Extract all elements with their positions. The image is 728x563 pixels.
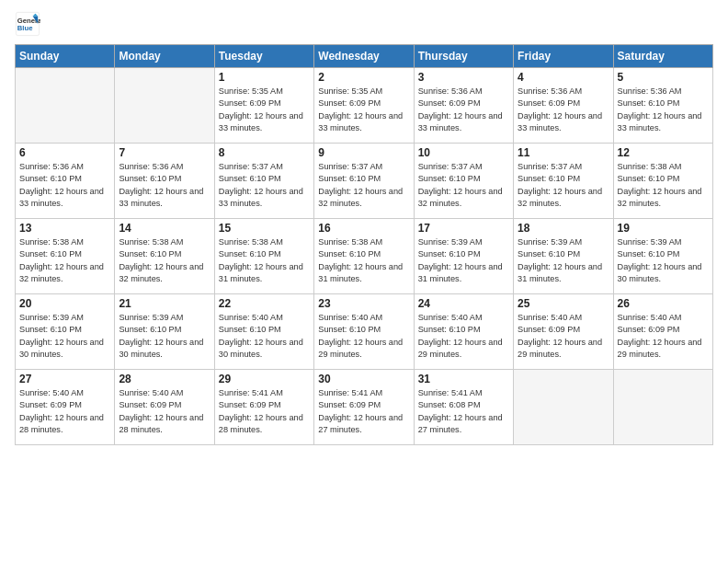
calendar-cell: 12 Sunrise: 5:38 AM Sunset: 6:10 PM Dayl… — [613, 144, 712, 219]
day-info: Sunrise: 5:36 AM Sunset: 6:10 PM Dayligh… — [119, 161, 210, 210]
week-row-4: 20 Sunrise: 5:39 AM Sunset: 6:10 PM Dayl… — [16, 294, 713, 370]
day-number: 31 — [418, 373, 509, 385]
day-number: 12 — [618, 146, 709, 159]
calendar-cell: 30 Sunrise: 5:41 AM Sunset: 6:09 PM Dayl… — [314, 370, 414, 445]
calendar-cell: 7 Sunrise: 5:36 AM Sunset: 6:10 PM Dayli… — [115, 144, 214, 219]
day-number: 18 — [518, 222, 609, 235]
day-number: 17 — [418, 222, 509, 235]
day-number: 9 — [318, 146, 409, 159]
day-number: 26 — [618, 297, 709, 310]
day-number: 16 — [318, 222, 409, 235]
day-number: 28 — [119, 373, 210, 385]
weekday-tuesday: Tuesday — [214, 45, 313, 68]
calendar-cell: 23 Sunrise: 5:40 AM Sunset: 6:10 PM Dayl… — [314, 294, 414, 370]
day-number: 22 — [219, 297, 310, 310]
calendar-cell: 1 Sunrise: 5:35 AM Sunset: 6:09 PM Dayli… — [214, 68, 313, 144]
day-info: Sunrise: 5:36 AM Sunset: 6:09 PM Dayligh… — [518, 86, 609, 134]
calendar-cell: 8 Sunrise: 5:37 AM Sunset: 6:10 PM Dayli… — [214, 144, 313, 219]
day-number: 2 — [318, 71, 409, 84]
day-number: 5 — [618, 71, 709, 84]
day-info: Sunrise: 5:40 AM Sunset: 6:10 PM Dayligh… — [219, 312, 310, 361]
calendar-cell: 9 Sunrise: 5:37 AM Sunset: 6:10 PM Dayli… — [314, 144, 414, 219]
calendar-cell: 21 Sunrise: 5:39 AM Sunset: 6:10 PM Dayl… — [115, 294, 214, 370]
day-info: Sunrise: 5:39 AM Sunset: 6:10 PM Dayligh… — [119, 312, 210, 361]
day-info: Sunrise: 5:37 AM Sunset: 6:10 PM Dayligh… — [318, 161, 409, 210]
day-info: Sunrise: 5:38 AM Sunset: 6:10 PM Dayligh… — [19, 236, 110, 285]
calendar-cell: 14 Sunrise: 5:38 AM Sunset: 6:10 PM Dayl… — [115, 219, 214, 294]
week-row-1: 1 Sunrise: 5:35 AM Sunset: 6:09 PM Dayli… — [16, 68, 713, 144]
weekday-saturday: Saturday — [613, 45, 712, 68]
weekday-monday: Monday — [115, 45, 214, 68]
calendar-cell: 31 Sunrise: 5:41 AM Sunset: 6:08 PM Dayl… — [414, 370, 513, 445]
calendar-cell: 24 Sunrise: 5:40 AM Sunset: 6:10 PM Dayl… — [414, 294, 513, 370]
day-number: 4 — [518, 71, 609, 84]
calendar-cell: 20 Sunrise: 5:39 AM Sunset: 6:10 PM Dayl… — [16, 294, 115, 370]
day-info: Sunrise: 5:40 AM Sunset: 6:10 PM Dayligh… — [418, 312, 509, 361]
day-info: Sunrise: 5:40 AM Sunset: 6:09 PM Dayligh… — [618, 312, 709, 361]
day-info: Sunrise: 5:38 AM Sunset: 6:10 PM Dayligh… — [219, 236, 310, 285]
calendar-cell: 13 Sunrise: 5:38 AM Sunset: 6:10 PM Dayl… — [16, 219, 115, 294]
day-info: Sunrise: 5:35 AM Sunset: 6:09 PM Dayligh… — [318, 86, 409, 134]
day-info: Sunrise: 5:38 AM Sunset: 6:10 PM Dayligh… — [318, 236, 409, 285]
calendar-cell: 2 Sunrise: 5:35 AM Sunset: 6:09 PM Dayli… — [314, 68, 414, 144]
calendar-cell: 29 Sunrise: 5:41 AM Sunset: 6:09 PM Dayl… — [214, 370, 313, 445]
day-number: 29 — [219, 373, 310, 385]
day-info: Sunrise: 5:41 AM Sunset: 6:08 PM Dayligh… — [418, 387, 509, 436]
svg-text:Blue: Blue — [17, 24, 33, 32]
calendar-cell — [16, 68, 115, 144]
calendar-cell: 18 Sunrise: 5:39 AM Sunset: 6:10 PM Dayl… — [514, 219, 613, 294]
calendar-cell: 6 Sunrise: 5:36 AM Sunset: 6:10 PM Dayli… — [16, 144, 115, 219]
weekday-sunday: Sunday — [16, 45, 115, 68]
day-number: 15 — [219, 222, 310, 235]
day-number: 20 — [19, 297, 110, 310]
day-info: Sunrise: 5:39 AM Sunset: 6:10 PM Dayligh… — [618, 236, 709, 285]
calendar-cell: 27 Sunrise: 5:40 AM Sunset: 6:09 PM Dayl… — [16, 370, 115, 445]
day-number: 24 — [418, 297, 509, 310]
calendar-cell: 10 Sunrise: 5:37 AM Sunset: 6:10 PM Dayl… — [414, 144, 513, 219]
day-info: Sunrise: 5:37 AM Sunset: 6:10 PM Dayligh… — [219, 161, 310, 210]
day-number: 25 — [518, 297, 609, 310]
calendar-cell: 15 Sunrise: 5:38 AM Sunset: 6:10 PM Dayl… — [214, 219, 313, 294]
day-info: Sunrise: 5:40 AM Sunset: 6:09 PM Dayligh… — [518, 312, 609, 361]
calendar-cell: 25 Sunrise: 5:40 AM Sunset: 6:09 PM Dayl… — [514, 294, 613, 370]
day-number: 8 — [219, 146, 310, 159]
calendar-table: SundayMondayTuesdayWednesdayThursdayFrid… — [15, 44, 713, 445]
calendar-cell: 26 Sunrise: 5:40 AM Sunset: 6:09 PM Dayl… — [613, 294, 712, 370]
day-info: Sunrise: 5:38 AM Sunset: 6:10 PM Dayligh… — [618, 161, 709, 210]
day-number: 27 — [19, 373, 110, 385]
day-number: 1 — [219, 71, 310, 84]
calendar-cell: 3 Sunrise: 5:36 AM Sunset: 6:09 PM Dayli… — [414, 68, 513, 144]
header: General Blue — [15, 11, 713, 37]
weekday-friday: Friday — [514, 45, 613, 68]
logo-icon: General Blue — [15, 11, 40, 37]
day-info: Sunrise: 5:40 AM Sunset: 6:10 PM Dayligh… — [318, 312, 409, 361]
day-info: Sunrise: 5:36 AM Sunset: 6:10 PM Dayligh… — [19, 161, 110, 210]
calendar-cell — [613, 370, 712, 445]
day-info: Sunrise: 5:37 AM Sunset: 6:10 PM Dayligh… — [418, 161, 509, 210]
calendar-cell — [115, 68, 214, 144]
calendar-cell: 17 Sunrise: 5:39 AM Sunset: 6:10 PM Dayl… — [414, 219, 513, 294]
day-number: 3 — [418, 71, 509, 84]
day-number: 6 — [19, 146, 110, 159]
day-info: Sunrise: 5:39 AM Sunset: 6:10 PM Dayligh… — [418, 236, 509, 285]
week-row-2: 6 Sunrise: 5:36 AM Sunset: 6:10 PM Dayli… — [16, 144, 713, 219]
calendar-cell: 11 Sunrise: 5:37 AM Sunset: 6:10 PM Dayl… — [514, 144, 613, 219]
day-info: Sunrise: 5:37 AM Sunset: 6:10 PM Dayligh… — [518, 161, 609, 210]
day-info: Sunrise: 5:38 AM Sunset: 6:10 PM Dayligh… — [119, 236, 210, 285]
day-number: 13 — [19, 222, 110, 235]
day-number: 14 — [119, 222, 210, 235]
calendar-cell: 19 Sunrise: 5:39 AM Sunset: 6:10 PM Dayl… — [613, 219, 712, 294]
calendar-cell — [514, 370, 613, 445]
day-number: 7 — [119, 146, 210, 159]
weekday-thursday: Thursday — [414, 45, 513, 68]
day-info: Sunrise: 5:36 AM Sunset: 6:10 PM Dayligh… — [618, 86, 709, 134]
day-info: Sunrise: 5:36 AM Sunset: 6:09 PM Dayligh… — [418, 86, 509, 134]
day-info: Sunrise: 5:39 AM Sunset: 6:10 PM Dayligh… — [518, 236, 609, 285]
day-number: 19 — [618, 222, 709, 235]
week-row-3: 13 Sunrise: 5:38 AM Sunset: 6:10 PM Dayl… — [16, 219, 713, 294]
weekday-header-row: SundayMondayTuesdayWednesdayThursdayFrid… — [16, 45, 713, 68]
day-number: 11 — [518, 146, 609, 159]
calendar-cell: 28 Sunrise: 5:40 AM Sunset: 6:09 PM Dayl… — [115, 370, 214, 445]
day-info: Sunrise: 5:40 AM Sunset: 6:09 PM Dayligh… — [19, 387, 110, 436]
logo: General Blue — [15, 11, 44, 37]
